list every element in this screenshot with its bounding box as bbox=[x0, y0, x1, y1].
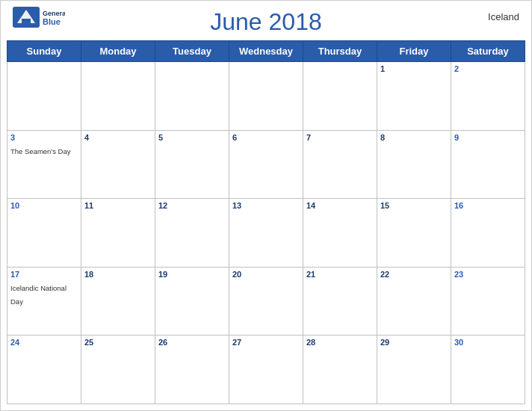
calendar-cell: 8 bbox=[377, 130, 451, 199]
day-number: 16 bbox=[454, 201, 522, 210]
calendar-cell: 4 bbox=[81, 130, 155, 199]
day-number: 14 bbox=[306, 201, 374, 210]
header-friday: Friday bbox=[377, 41, 451, 62]
day-number: 7 bbox=[306, 133, 374, 142]
calendar-cell bbox=[303, 62, 377, 131]
day-number: 11 bbox=[84, 201, 152, 210]
calendar-cell: 19 bbox=[155, 267, 229, 336]
calendar-cell: 10 bbox=[7, 199, 81, 268]
calendar-cell: 7 bbox=[303, 130, 377, 199]
holiday-name: The Seamen's Day bbox=[10, 147, 71, 155]
calendar-cell: 27 bbox=[229, 336, 303, 404]
calendar-cell: 30 bbox=[451, 336, 525, 404]
week-row-3: 10111213141516 bbox=[7, 199, 525, 268]
calendar-cell: 22 bbox=[377, 267, 451, 336]
logo-icon: General Blue bbox=[13, 7, 65, 34]
logo: General Blue bbox=[13, 7, 65, 34]
calendar-cell: 11 bbox=[81, 199, 155, 268]
calendar-cell: 1 bbox=[377, 62, 451, 131]
calendar-cell: 14 bbox=[303, 199, 377, 268]
calendar-cell: 21 bbox=[303, 267, 377, 336]
header-thursday: Thursday bbox=[303, 41, 377, 62]
calendar-cell: 24 bbox=[7, 336, 81, 404]
day-number: 28 bbox=[306, 338, 374, 347]
day-number: 5 bbox=[158, 133, 226, 142]
day-number: 21 bbox=[306, 270, 374, 279]
day-number: 4 bbox=[84, 133, 152, 142]
day-number: 6 bbox=[232, 133, 300, 142]
day-number: 26 bbox=[158, 338, 226, 347]
day-number: 17 bbox=[10, 270, 78, 279]
calendar-body: 123The Seamen's Day456789101112131415161… bbox=[7, 62, 525, 404]
calendar-cell: 23 bbox=[451, 267, 525, 336]
calendar-cell: 17Icelandic National Day bbox=[7, 267, 81, 336]
calendar-cell: 5 bbox=[155, 130, 229, 199]
day-number: 22 bbox=[380, 270, 448, 279]
calendar-cell: 9 bbox=[451, 130, 525, 199]
calendar-cell: 29 bbox=[377, 336, 451, 404]
page-header: General Blue June 2018 Iceland bbox=[1, 1, 531, 40]
calendar-cell: 2 bbox=[451, 62, 525, 131]
svg-rect-2 bbox=[22, 19, 31, 23]
calendar-cell: 15 bbox=[377, 199, 451, 268]
day-number: 10 bbox=[10, 201, 78, 210]
calendar-cell bbox=[155, 62, 229, 131]
calendar-cell: 25 bbox=[81, 336, 155, 404]
calendar-cell: 16 bbox=[451, 199, 525, 268]
calendar-table: Sunday Monday Tuesday Wednesday Thursday… bbox=[7, 40, 525, 404]
day-number: 3 bbox=[10, 133, 78, 142]
week-row-4: 17Icelandic National Day181920212223 bbox=[7, 267, 525, 336]
day-number: 2 bbox=[454, 64, 522, 73]
header-saturday: Saturday bbox=[451, 41, 525, 62]
calendar-cell: 20 bbox=[229, 267, 303, 336]
calendar-cell: 28 bbox=[303, 336, 377, 404]
week-row-2: 3The Seamen's Day456789 bbox=[7, 130, 525, 199]
header-monday: Monday bbox=[81, 41, 155, 62]
calendar-cell: 12 bbox=[155, 199, 229, 268]
day-number: 18 bbox=[84, 270, 152, 279]
header-sunday: Sunday bbox=[7, 41, 81, 62]
calendar-cell: 6 bbox=[229, 130, 303, 199]
country-label: Iceland bbox=[488, 11, 519, 22]
day-number: 20 bbox=[232, 270, 300, 279]
day-number: 24 bbox=[10, 338, 78, 347]
calendar-cell: 3The Seamen's Day bbox=[7, 130, 81, 199]
calendar-cell bbox=[81, 62, 155, 131]
day-number: 30 bbox=[454, 338, 522, 347]
day-number: 13 bbox=[232, 201, 300, 210]
calendar-container: Sunday Monday Tuesday Wednesday Thursday… bbox=[1, 40, 531, 410]
day-number: 1 bbox=[380, 64, 448, 73]
week-row-5: 24252627282930 bbox=[7, 336, 525, 404]
calendar-cell bbox=[7, 62, 81, 131]
header-tuesday: Tuesday bbox=[155, 41, 229, 62]
week-row-1: 12 bbox=[7, 62, 525, 131]
day-number: 19 bbox=[158, 270, 226, 279]
day-number: 23 bbox=[454, 270, 522, 279]
month-title: June 2018 bbox=[210, 8, 321, 36]
svg-text:Blue: Blue bbox=[43, 17, 61, 26]
day-number: 9 bbox=[454, 133, 522, 142]
calendar-page: General Blue June 2018 Iceland Sunday Mo… bbox=[0, 0, 532, 411]
calendar-cell bbox=[229, 62, 303, 131]
day-number: 12 bbox=[158, 201, 226, 210]
day-number: 8 bbox=[380, 133, 448, 142]
day-number: 27 bbox=[232, 338, 300, 347]
calendar-cell: 26 bbox=[155, 336, 229, 404]
header-wednesday: Wednesday bbox=[229, 41, 303, 62]
day-number: 25 bbox=[84, 338, 152, 347]
day-number: 15 bbox=[380, 201, 448, 210]
calendar-cell: 18 bbox=[81, 267, 155, 336]
weekday-header-row: Sunday Monday Tuesday Wednesday Thursday… bbox=[7, 41, 525, 62]
svg-text:General: General bbox=[43, 10, 65, 17]
holiday-name: Icelandic National Day bbox=[10, 284, 66, 306]
calendar-cell: 13 bbox=[229, 199, 303, 268]
day-number: 29 bbox=[380, 338, 448, 347]
